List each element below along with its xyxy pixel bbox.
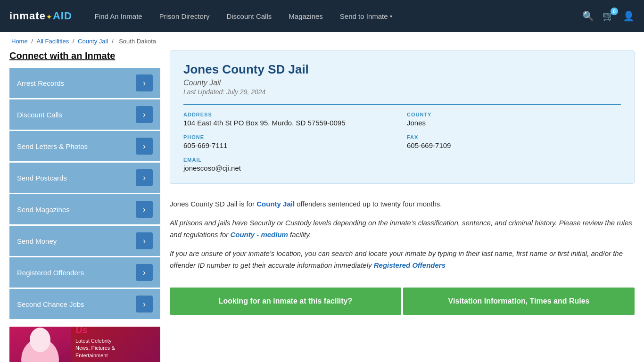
arrow-icon: ›	[136, 264, 153, 281]
ad-logo: Us	[75, 327, 156, 336]
nav-magazines[interactable]: Magazines	[280, 0, 331, 32]
cart-icon[interactable]: 🛒 0	[603, 10, 614, 22]
phone-group: PHONE 605-669-7111	[183, 134, 397, 149]
breadcrumb-state: South Dakota	[119, 38, 156, 45]
county-medium-link[interactable]: County - medium	[230, 230, 288, 239]
address-label: ADDRESS	[183, 112, 397, 117]
facility-card: Jones County SD Jail County Jail Last Up…	[170, 50, 635, 184]
search-icon[interactable]: 🔍	[582, 10, 594, 22]
navbar: inmate✦AID Find An Inmate Prison Directo…	[0, 0, 644, 32]
breadcrumb-all-facilities[interactable]: All Facilities	[37, 38, 69, 45]
nav-prison-directory[interactable]: Prison Directory	[151, 0, 218, 32]
fax-group: FAX 605-669-7109	[407, 134, 621, 149]
fax-label: FAX	[407, 134, 621, 140]
facility-updated: Last Updated: July 29, 2024	[183, 88, 621, 96]
breadcrumb: Home / All Facilities / County Jail / So…	[0, 32, 644, 50]
sidebar-title: Connect with an Inmate	[9, 50, 160, 61]
facility-description: Jones County SD Jail is for County Jail …	[170, 193, 635, 283]
address-value: 104 East 4th St PO Box 95, Murdo, SD 575…	[183, 119, 397, 127]
sidebar-menu: Arrest Records › Discount Calls › Send L…	[9, 68, 160, 319]
cart-badge: 0	[611, 8, 618, 15]
arrow-icon: ›	[136, 74, 153, 91]
sidebar-item-send-magazines[interactable]: Send Magazines ›	[9, 194, 160, 224]
desc-para2: All prisons and jails have Security or C…	[170, 217, 635, 241]
sidebar-item-send-postcards[interactable]: Send Postcards ›	[9, 163, 160, 193]
visitation-info-button[interactable]: Visitation Information, Times and Rules	[403, 288, 635, 315]
arrow-icon: ›	[136, 232, 153, 249]
nav-discount-calls[interactable]: Discount Calls	[218, 0, 280, 32]
registered-offenders-link[interactable]: Registered Offenders	[374, 261, 446, 269]
phone-label: PHONE	[183, 134, 397, 140]
breadcrumb-home[interactable]: Home	[11, 38, 28, 45]
county-jail-link[interactable]: County Jail	[256, 200, 295, 208]
logo-star-icon: ✦	[46, 13, 52, 21]
facility-details: ADDRESS 104 East 4th St PO Box 95, Murdo…	[183, 104, 621, 172]
county-label: COUNTY	[407, 112, 621, 117]
phone-value: 605-669-7111	[183, 141, 397, 149]
site-logo[interactable]: inmate✦AID	[9, 10, 72, 22]
main-layout: Connect with an Inmate Arrest Records › …	[0, 50, 644, 362]
sidebar-item-discount-calls[interactable]: Discount Calls ›	[9, 99, 160, 130]
sidebar-item-arrest-records[interactable]: Arrest Records ›	[9, 68, 160, 98]
email-group: EMAIL jonescoso@cji.net	[183, 157, 621, 172]
sidebar-item-second-chance-jobs[interactable]: Second Chance Jobs ›	[9, 289, 160, 319]
main-content: Jones County SD Jail County Jail Last Up…	[170, 50, 635, 362]
arrow-icon: ›	[136, 296, 153, 313]
email-label: EMAIL	[183, 157, 621, 163]
desc-para1: Jones County SD Jail is for County Jail …	[170, 198, 635, 210]
email-value[interactable]: jonescoso@cji.net	[183, 164, 621, 172]
nav-send-to-inmate[interactable]: Send to Inmate ▾	[331, 0, 401, 32]
sidebar-item-registered-offenders[interactable]: Registered Offenders ›	[9, 257, 160, 288]
svg-point-1	[30, 328, 50, 352]
address-group: ADDRESS 104 East 4th St PO Box 95, Murdo…	[183, 112, 397, 127]
desc-para3: If you are unsure of your inmate’s locat…	[170, 247, 635, 272]
caret-icon: ▾	[390, 14, 392, 19]
advertisement-banner[interactable]: Us Latest CelebrityNews, Pictures &Enter…	[9, 327, 160, 362]
nav-icons: 🔍 🛒 0 👤	[582, 10, 635, 22]
arrow-icon: ›	[136, 169, 153, 186]
sidebar-item-send-letters-photos[interactable]: Send Letters & Photos ›	[9, 131, 160, 161]
arrow-icon: ›	[136, 201, 153, 218]
facility-name: Jones County SD Jail	[183, 62, 621, 77]
arrow-icon: ›	[136, 138, 153, 155]
facility-type: County Jail	[183, 79, 621, 87]
nav-find-inmate[interactable]: Find An Inmate	[86, 0, 151, 32]
nav-links: Find An Inmate Prison Directory Discount…	[86, 0, 582, 32]
county-value: Jones	[407, 119, 621, 127]
fax-value: 605-669-7109	[407, 141, 621, 149]
sidebar-item-send-money[interactable]: Send Money ›	[9, 226, 160, 256]
ad-image	[9, 327, 71, 362]
user-icon[interactable]: 👤	[623, 10, 635, 22]
ad-tagline: Latest CelebrityNews, Pictures &Entertai…	[75, 337, 156, 359]
breadcrumb-county-jail[interactable]: County Jail	[78, 38, 108, 45]
bottom-action-buttons: Looking for an inmate at this facility? …	[170, 288, 635, 315]
county-group: COUNTY Jones	[407, 112, 621, 127]
sidebar: Connect with an Inmate Arrest Records › …	[9, 50, 160, 362]
looking-for-inmate-button[interactable]: Looking for an inmate at this facility?	[170, 288, 401, 315]
arrow-icon: ›	[136, 106, 153, 123]
